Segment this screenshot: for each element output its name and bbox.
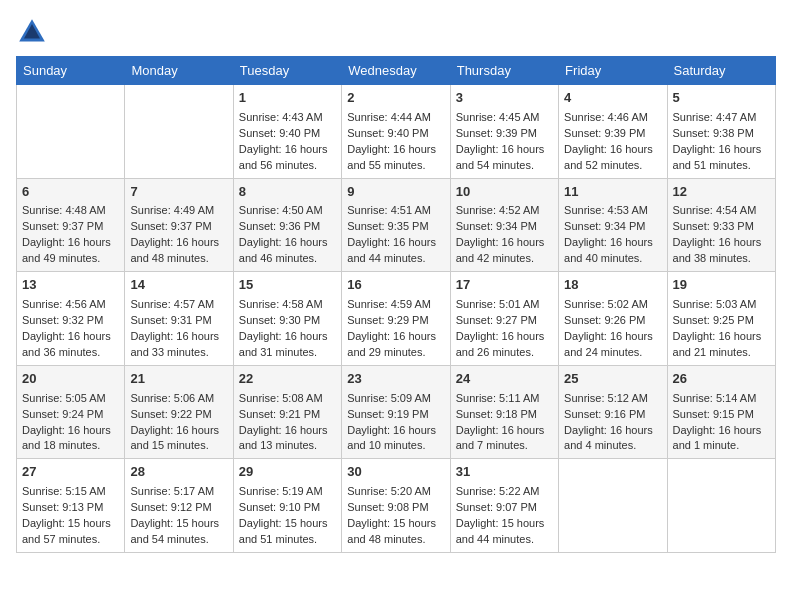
day-number: 15 [239,276,336,295]
daylight-text: Daylight: 16 hours and 36 minutes. [22,330,111,358]
daylight-text: Daylight: 16 hours and 29 minutes. [347,330,436,358]
sunset-text: Sunset: 9:13 PM [22,501,103,513]
calendar-cell: 22Sunrise: 5:08 AMSunset: 9:21 PMDayligh… [233,365,341,459]
daylight-text: Daylight: 16 hours and 18 minutes. [22,424,111,452]
calendar-cell: 18Sunrise: 5:02 AMSunset: 9:26 PMDayligh… [559,272,667,366]
sunset-text: Sunset: 9:34 PM [456,220,537,232]
day-number: 29 [239,463,336,482]
sunset-text: Sunset: 9:34 PM [564,220,645,232]
calendar-cell: 2Sunrise: 4:44 AMSunset: 9:40 PMDaylight… [342,85,450,179]
cell-content: 24Sunrise: 5:11 AMSunset: 9:18 PMDayligh… [456,370,553,455]
header-tuesday: Tuesday [233,57,341,85]
daylight-text: Daylight: 16 hours and 51 minutes. [673,143,762,171]
cell-content: 31Sunrise: 5:22 AMSunset: 9:07 PMDayligh… [456,463,553,548]
cell-content: 13Sunrise: 4:56 AMSunset: 9:32 PMDayligh… [22,276,119,361]
sunset-text: Sunset: 9:25 PM [673,314,754,326]
daylight-text: Daylight: 16 hours and 33 minutes. [130,330,219,358]
header-saturday: Saturday [667,57,775,85]
calendar-cell: 14Sunrise: 4:57 AMSunset: 9:31 PMDayligh… [125,272,233,366]
sunset-text: Sunset: 9:16 PM [564,408,645,420]
daylight-text: Daylight: 15 hours and 48 minutes. [347,517,436,545]
day-number: 26 [673,370,770,389]
daylight-text: Daylight: 16 hours and 31 minutes. [239,330,328,358]
day-number: 30 [347,463,444,482]
calendar-cell [667,459,775,553]
sunrise-text: Sunrise: 5:06 AM [130,392,214,404]
calendar-cell: 17Sunrise: 5:01 AMSunset: 9:27 PMDayligh… [450,272,558,366]
day-number: 20 [22,370,119,389]
cell-content: 16Sunrise: 4:59 AMSunset: 9:29 PMDayligh… [347,276,444,361]
daylight-text: Daylight: 16 hours and 4 minutes. [564,424,653,452]
daylight-text: Daylight: 16 hours and 7 minutes. [456,424,545,452]
day-number: 18 [564,276,661,295]
calendar-cell: 13Sunrise: 4:56 AMSunset: 9:32 PMDayligh… [17,272,125,366]
daylight-text: Daylight: 16 hours and 15 minutes. [130,424,219,452]
calendar-cell: 4Sunrise: 4:46 AMSunset: 9:39 PMDaylight… [559,85,667,179]
day-number: 25 [564,370,661,389]
day-number: 27 [22,463,119,482]
sunrise-text: Sunrise: 4:46 AM [564,111,648,123]
sunset-text: Sunset: 9:08 PM [347,501,428,513]
sunset-text: Sunset: 9:38 PM [673,127,754,139]
day-number: 2 [347,89,444,108]
sunset-text: Sunset: 9:27 PM [456,314,537,326]
day-number: 13 [22,276,119,295]
sunset-text: Sunset: 9:19 PM [347,408,428,420]
day-number: 5 [673,89,770,108]
cell-content: 9Sunrise: 4:51 AMSunset: 9:35 PMDaylight… [347,183,444,268]
day-number: 28 [130,463,227,482]
header-wednesday: Wednesday [342,57,450,85]
sunset-text: Sunset: 9:18 PM [456,408,537,420]
header-sunday: Sunday [17,57,125,85]
sunset-text: Sunset: 9:40 PM [347,127,428,139]
daylight-text: Daylight: 16 hours and 46 minutes. [239,236,328,264]
sunrise-text: Sunrise: 4:48 AM [22,204,106,216]
sunrise-text: Sunrise: 5:22 AM [456,485,540,497]
calendar-week-row: 6Sunrise: 4:48 AMSunset: 9:37 PMDaylight… [17,178,776,272]
daylight-text: Daylight: 16 hours and 26 minutes. [456,330,545,358]
cell-content: 27Sunrise: 5:15 AMSunset: 9:13 PMDayligh… [22,463,119,548]
daylight-text: Daylight: 16 hours and 38 minutes. [673,236,762,264]
daylight-text: Daylight: 16 hours and 56 minutes. [239,143,328,171]
sunrise-text: Sunrise: 5:03 AM [673,298,757,310]
daylight-text: Daylight: 16 hours and 13 minutes. [239,424,328,452]
calendar-cell [559,459,667,553]
cell-content: 25Sunrise: 5:12 AMSunset: 9:16 PMDayligh… [564,370,661,455]
daylight-text: Daylight: 16 hours and 24 minutes. [564,330,653,358]
day-number: 16 [347,276,444,295]
calendar-cell: 28Sunrise: 5:17 AMSunset: 9:12 PMDayligh… [125,459,233,553]
calendar-week-row: 27Sunrise: 5:15 AMSunset: 9:13 PMDayligh… [17,459,776,553]
day-number: 4 [564,89,661,108]
cell-content: 17Sunrise: 5:01 AMSunset: 9:27 PMDayligh… [456,276,553,361]
calendar-cell: 3Sunrise: 4:45 AMSunset: 9:39 PMDaylight… [450,85,558,179]
calendar-table: SundayMondayTuesdayWednesdayThursdayFrid… [16,56,776,553]
calendar-cell: 27Sunrise: 5:15 AMSunset: 9:13 PMDayligh… [17,459,125,553]
daylight-text: Daylight: 16 hours and 40 minutes. [564,236,653,264]
calendar-cell: 25Sunrise: 5:12 AMSunset: 9:16 PMDayligh… [559,365,667,459]
daylight-text: Daylight: 16 hours and 52 minutes. [564,143,653,171]
cell-content: 7Sunrise: 4:49 AMSunset: 9:37 PMDaylight… [130,183,227,268]
day-number: 21 [130,370,227,389]
calendar-cell: 16Sunrise: 4:59 AMSunset: 9:29 PMDayligh… [342,272,450,366]
calendar-week-row: 1Sunrise: 4:43 AMSunset: 9:40 PMDaylight… [17,85,776,179]
sunset-text: Sunset: 9:40 PM [239,127,320,139]
day-number: 19 [673,276,770,295]
sunrise-text: Sunrise: 4:51 AM [347,204,431,216]
cell-content: 20Sunrise: 5:05 AMSunset: 9:24 PMDayligh… [22,370,119,455]
sunset-text: Sunset: 9:21 PM [239,408,320,420]
calendar-cell: 10Sunrise: 4:52 AMSunset: 9:34 PMDayligh… [450,178,558,272]
sunset-text: Sunset: 9:31 PM [130,314,211,326]
sunset-text: Sunset: 9:39 PM [564,127,645,139]
sunset-text: Sunset: 9:30 PM [239,314,320,326]
day-number: 7 [130,183,227,202]
sunset-text: Sunset: 9:26 PM [564,314,645,326]
sunset-text: Sunset: 9:12 PM [130,501,211,513]
daylight-text: Daylight: 16 hours and 48 minutes. [130,236,219,264]
cell-content: 6Sunrise: 4:48 AMSunset: 9:37 PMDaylight… [22,183,119,268]
sunrise-text: Sunrise: 4:45 AM [456,111,540,123]
calendar-cell: 5Sunrise: 4:47 AMSunset: 9:38 PMDaylight… [667,85,775,179]
sunrise-text: Sunrise: 5:05 AM [22,392,106,404]
cell-content: 8Sunrise: 4:50 AMSunset: 9:36 PMDaylight… [239,183,336,268]
sunrise-text: Sunrise: 5:15 AM [22,485,106,497]
calendar-cell: 30Sunrise: 5:20 AMSunset: 9:08 PMDayligh… [342,459,450,553]
